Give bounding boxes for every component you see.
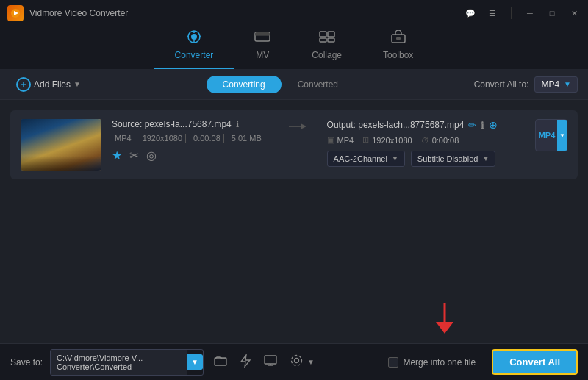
palette-icon[interactable]: ◎ <box>146 148 157 162</box>
save-path-arrow-button[interactable]: ▼ <box>187 354 203 370</box>
source-label: Source: pexels-la...75687.mp4 <box>112 119 232 129</box>
merge-label: Merge into one file <box>403 357 476 368</box>
source-duration: 0:00:08 <box>190 134 224 143</box>
source-resolution: 1920x1080 <box>140 134 186 143</box>
source-info-icon[interactable]: ℹ <box>236 120 239 129</box>
svg-rect-16 <box>396 37 401 40</box>
lightning-button[interactable] <box>237 351 254 373</box>
svg-point-3 <box>191 34 197 40</box>
title-bar-left: Vidmore Video Converter <box>7 5 128 21</box>
arrow-separator <box>280 119 317 134</box>
output-source-row: Output: pexels-lach...8775687.mp4 ✏ ℹ ⊕ <box>327 119 516 131</box>
output-label: Output: pexels-lach...8775687.mp4 <box>327 120 465 130</box>
merge-section: Merge into one file <box>388 357 476 368</box>
svg-rect-12 <box>328 32 334 37</box>
format-badge-wrapper: MP4 ▼ <box>531 119 567 151</box>
status-tabs: Converting Converted <box>94 76 467 93</box>
svg-marker-20 <box>436 322 453 334</box>
svg-rect-14 <box>328 38 334 42</box>
tab-converting[interactable]: Converting <box>207 76 282 93</box>
nav-bar: Converter MV Collage <box>0 26 588 69</box>
resolution-meta-icon: ⊞ <box>362 135 369 145</box>
file-action-icons: ★ ✂ ◎ <box>112 148 270 162</box>
tab-mv[interactable]: MV <box>234 26 291 69</box>
add-output-icon[interactable]: ⊕ <box>489 119 498 131</box>
format-badge[interactable]: MP4 ▼ <box>535 119 567 151</box>
output-info: Output: pexels-lach...8775687.mp4 ✏ ℹ ⊕ … <box>327 119 516 167</box>
app-logo <box>7 5 24 21</box>
settings-button[interactable] <box>287 351 306 373</box>
add-circle-icon: + <box>16 77 31 92</box>
svg-rect-23 <box>265 356 276 364</box>
format-select-dropdown[interactable]: MP4 ▼ <box>534 76 578 93</box>
file-meta-row: MP4 1920x1080 0:00:08 5.01 MB <box>112 134 270 143</box>
tab-collage-label: Collage <box>312 50 342 60</box>
source-size: 5.01 MB <box>229 134 265 143</box>
title-bar: Vidmore Video Converter 💬 ☰ ─ □ ✕ <box>0 0 588 26</box>
folder-open-button[interactable] <box>211 352 230 373</box>
collage-icon <box>319 30 335 47</box>
add-files-button[interactable]: + Add Files ▼ <box>10 74 87 95</box>
monitor-button[interactable] <box>261 352 280 373</box>
toolbar-right: Convert All to: MP4 ▼ <box>474 76 578 93</box>
main-content: Source: pexels-la...75687.mp4 ℹ MP4 1920… <box>0 100 588 197</box>
save-path-text[interactable]: C:\Vidmore\Vidmore V... Converter\Conver… <box>51 350 187 375</box>
output-duration-meta: ⏱ 0:00:08 <box>421 136 459 145</box>
svg-rect-11 <box>320 32 326 37</box>
format-meta-icon: ▣ <box>327 135 334 145</box>
audio-dropdown-arrow-icon: ▼ <box>392 155 398 162</box>
file-thumbnail <box>21 119 101 171</box>
output-resolution-value: 1920x1080 <box>372 136 412 145</box>
convert-all-to-label: Convert All to: <box>474 79 529 90</box>
output-format-meta: ▣ MP4 <box>327 135 354 145</box>
tab-converter[interactable]: Converter <box>154 26 234 69</box>
title-bar-controls: 💬 ☰ ─ □ ✕ <box>464 7 581 20</box>
tab-converter-label: Converter <box>175 50 214 60</box>
output-duration-value: 0:00:08 <box>432 136 459 145</box>
format-badge-arrow-icon[interactable]: ▼ <box>557 120 567 151</box>
toolbar: + Add Files ▼ Converting Converted Conve… <box>0 69 588 100</box>
svg-point-26 <box>294 359 298 363</box>
add-files-dropdown-arrow[interactable]: ▼ <box>74 80 81 88</box>
format-value: MP4 <box>541 79 559 90</box>
menu-button[interactable]: ☰ <box>486 7 499 20</box>
subtitle-dropdown-arrow-icon: ▼ <box>482 155 489 162</box>
toolbox-icon <box>390 30 406 47</box>
save-path-dropdown: C:\Vidmore\Vidmore V... Converter\Conver… <box>50 349 204 376</box>
edit-icon[interactable]: ✏ <box>468 120 476 131</box>
convert-all-button[interactable]: Convert All <box>492 349 578 375</box>
svg-point-27 <box>291 356 301 366</box>
output-meta-row: ▣ MP4 ⊞ 1920x1080 ⏱ 0:00:08 <box>327 135 516 145</box>
bottom-bar: Save to: C:\Vidmore\Vidmore V... Convert… <box>0 343 588 380</box>
maximize-button[interactable]: □ <box>545 7 559 20</box>
tab-toolbox-label: Toolbox <box>383 50 413 60</box>
tab-toolbox[interactable]: Toolbox <box>362 26 434 69</box>
output-dropdowns: AAC-2Channel ▼ Subtitle Disabled ▼ <box>327 151 516 167</box>
content-area: Source: pexels-la...75687.mp4 ℹ MP4 1920… <box>0 100 588 343</box>
file-info: Source: pexels-la...75687.mp4 ℹ MP4 1920… <box>112 119 270 162</box>
converter-icon <box>186 30 202 47</box>
output-format-value: MP4 <box>337 136 354 145</box>
scissors-icon[interactable]: ✂ <box>129 148 139 162</box>
star-icon[interactable]: ★ <box>112 148 122 162</box>
app-title: Vidmore Video Converter <box>29 8 128 18</box>
output-resolution-meta: ⊞ 1920x1080 <box>362 135 412 145</box>
source-format: MP4 <box>112 134 135 143</box>
tab-converted[interactable]: Converted <box>282 76 354 93</box>
minimize-button[interactable]: ─ <box>523 7 537 20</box>
close-button[interactable]: ✕ <box>567 7 581 20</box>
svg-marker-18 <box>301 123 306 129</box>
add-files-label: Add Files <box>34 79 71 90</box>
subtitle-value: Subtitle Disabled <box>417 154 478 163</box>
output-info-icon[interactable]: ℹ <box>481 120 484 131</box>
merge-checkbox[interactable] <box>388 357 398 368</box>
settings-dropdown-arrow[interactable]: ▼ <box>307 358 315 366</box>
tab-mv-label: MV <box>256 50 269 60</box>
svg-rect-9 <box>255 32 270 35</box>
svg-rect-13 <box>320 38 326 42</box>
tab-collage[interactable]: Collage <box>291 26 362 69</box>
chat-button[interactable]: 💬 <box>464 7 477 20</box>
subtitle-dropdown[interactable]: Subtitle Disabled ▼ <box>411 151 495 167</box>
format-dropdown-arrow-icon: ▼ <box>564 80 571 88</box>
audio-channel-dropdown[interactable]: AAC-2Channel ▼ <box>327 151 405 167</box>
